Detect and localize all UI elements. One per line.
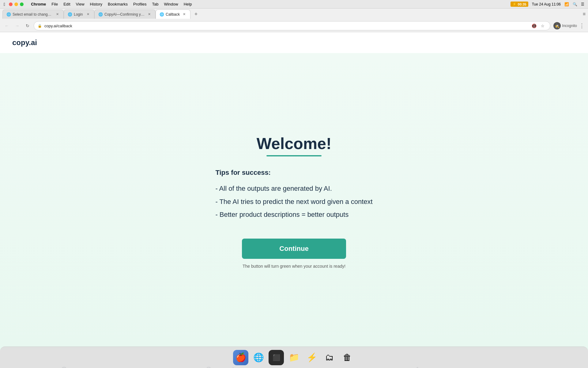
- terminal-icon: ⬛: [273, 354, 280, 361]
- address-bar-actions: 📵 ☆: [530, 22, 546, 29]
- dock-lightning[interactable]: ⚡: [304, 350, 319, 365]
- tab3-title: CopyAI—Confirming your login: [104, 12, 145, 17]
- menu-edit[interactable]: Edit: [61, 1, 73, 7]
- tab2-title: Login: [74, 12, 84, 17]
- notification-icon[interactable]: ☰: [581, 2, 584, 6]
- close-window-button[interactable]: [9, 2, 13, 6]
- dock-folder[interactable]: 🗂: [322, 350, 337, 365]
- bookmark-icon[interactable]: ☆: [539, 22, 546, 29]
- files-icon: 📁: [289, 352, 300, 362]
- menu-tab[interactable]: Tab: [149, 1, 161, 7]
- wifi-icon: 📶: [564, 2, 569, 6]
- folder-icon: 🗂: [325, 352, 334, 362]
- continue-button[interactable]: Continue: [242, 239, 346, 259]
- menu-help[interactable]: Help: [181, 1, 194, 7]
- tab3-close-button[interactable]: ✕: [147, 12, 152, 17]
- tab-django[interactable]: 🌐 Select email to change | Djang... ✕: [2, 10, 64, 19]
- incognito-icon: 🕵: [553, 22, 561, 29]
- browser-chrome: 🌐 Select email to change | Djang... ✕ 🌐 …: [0, 9, 588, 32]
- title-underline: [266, 155, 322, 156]
- tip-item-3: - Better product descriptions = better o…: [215, 210, 372, 220]
- chrome-icon: 🌐: [253, 352, 264, 362]
- tab1-close-button[interactable]: ✕: [55, 12, 60, 17]
- battery-icon: ⚡: [512, 2, 517, 6]
- camera-off-icon[interactable]: 📵: [530, 22, 538, 29]
- minimize-window-button[interactable]: [14, 2, 18, 6]
- lock-icon: 🔒: [38, 24, 42, 28]
- finder-icon: 🍎: [236, 352, 246, 362]
- traffic-lights: [9, 2, 24, 6]
- titlebar-menus: Chrome File Edit View History Bookmarks …: [28, 1, 194, 7]
- tip-item-2: - The AI tries to predict the next word …: [215, 197, 372, 207]
- tab4-favicon: 🌐: [160, 12, 164, 17]
- tab1-favicon: 🌐: [6, 12, 11, 17]
- page-header: copy.ai: [0, 32, 588, 53]
- battery-time: 00:35: [518, 2, 526, 6]
- tab3-favicon: 🌐: [98, 12, 103, 17]
- dock-bar: 🍎 🌐 ⬛ 📁 ⚡ 🗂 🗑: [0, 347, 588, 368]
- url-text: copy.ai/callback: [44, 24, 528, 28]
- dock-finder[interactable]: 🍎: [233, 350, 248, 365]
- menu-file[interactable]: File: [49, 1, 60, 7]
- tab2-favicon: 🌐: [68, 12, 72, 17]
- tab-copyai-confirm[interactable]: 🌐 CopyAI—Confirming your login ✕: [94, 10, 156, 19]
- new-tab-button[interactable]: +: [192, 10, 200, 18]
- continue-hint: The button will turn green when your acc…: [243, 264, 345, 269]
- tab-strip-icon[interactable]: ≡: [583, 11, 586, 17]
- tab-bar: 🌐 Select email to change | Djang... ✕ 🌐 …: [0, 9, 588, 20]
- tab1-title: Select email to change | Djang...: [13, 12, 53, 17]
- titlebar:  Chrome File Edit View History Bookmark…: [0, 0, 588, 9]
- menu-chrome[interactable]: Chrome: [28, 1, 48, 7]
- more-options-button[interactable]: ⋮: [578, 22, 586, 29]
- menu-bookmarks[interactable]: Bookmarks: [105, 1, 130, 7]
- tips-section: Tips for success: - All of the outputs a…: [215, 169, 372, 223]
- tab-callback[interactable]: 🌐 Callback ✕: [156, 10, 190, 19]
- tab2-close-button[interactable]: ✕: [85, 12, 90, 17]
- tip-item-1: - All of the outputs are generated by AI…: [215, 184, 372, 194]
- menu-history[interactable]: History: [88, 1, 105, 7]
- dock-chrome[interactable]: 🌐: [251, 350, 266, 365]
- tab4-title: Callback: [166, 12, 180, 17]
- forward-button[interactable]: →: [13, 21, 21, 30]
- menu-view[interactable]: View: [74, 1, 87, 7]
- menu-profiles[interactable]: Profiles: [131, 1, 149, 7]
- copyai-logo: copy.ai: [12, 38, 576, 47]
- titlebar-right: ⚡ 00:35 Tue 24 Aug 11:06 📶 🔍 ☰: [511, 2, 584, 7]
- dock-terminal[interactable]: ⬛: [269, 350, 284, 365]
- time-display: Tue 24 Aug 11:06: [532, 2, 561, 6]
- trash-icon: 🗑: [343, 352, 352, 362]
- address-bar[interactable]: 🔒 copy.ai/callback 📵 ☆: [34, 21, 550, 30]
- page-content: copy.ai Welcome! Tips for success: - All…: [0, 32, 588, 350]
- tab4-close-button[interactable]: ✕: [182, 12, 187, 17]
- battery-indicator: ⚡ 00:35: [511, 2, 528, 7]
- tips-heading: Tips for success:: [215, 169, 372, 177]
- dock-files[interactable]: 📁: [286, 350, 302, 365]
- search-icon[interactable]: 🔍: [573, 2, 577, 6]
- apple-icon[interactable]: : [4, 2, 5, 7]
- welcome-title: Welcome!: [257, 134, 332, 153]
- refresh-button[interactable]: ↻: [23, 21, 32, 30]
- back-button[interactable]: ←: [2, 21, 11, 30]
- incognito-label: Incognito: [562, 24, 577, 28]
- main-section: Welcome! Tips for success: - All of the …: [0, 53, 588, 350]
- fullscreen-window-button[interactable]: [20, 2, 24, 6]
- lightning-icon: ⚡: [307, 352, 317, 362]
- tab-login[interactable]: 🌐 Login ✕: [64, 10, 94, 19]
- dock-trash[interactable]: 🗑: [340, 350, 355, 365]
- incognito-badge: 🕵 Incognito: [553, 22, 577, 29]
- menu-window[interactable]: Window: [161, 1, 180, 7]
- browser-actions: 🕵 Incognito ⋮: [553, 22, 586, 29]
- titlebar-left: : [4, 2, 24, 7]
- address-bar-row: ← → ↻ 🔒 copy.ai/callback 📵 ☆ 🕵 Incognito…: [0, 20, 588, 32]
